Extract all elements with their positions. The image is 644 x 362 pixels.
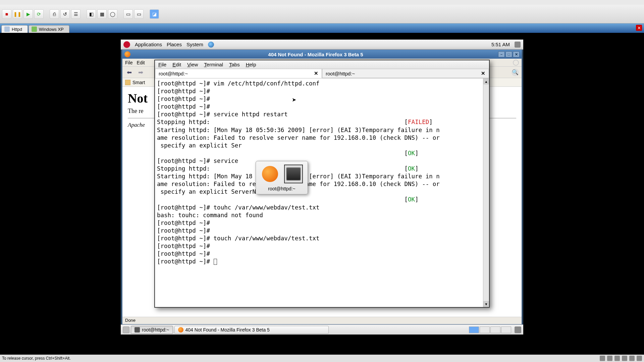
switcher-label: root@httpd:~	[268, 186, 296, 191]
terminal-icon	[286, 167, 301, 181]
window-switcher: root@httpd:~	[256, 161, 308, 194]
vm-status-bar: To release cursor, press Ctrl+Shift+Alt.	[0, 355, 644, 362]
firefox-statusbar: Done	[122, 317, 522, 324]
terminal-tabs: root@httpd:~ ✕ root@httpd:~ ✕	[155, 69, 489, 78]
play-icon[interactable]: ▶	[23, 9, 33, 19]
search-icon[interactable]: 🔍	[512, 69, 519, 76]
term-menu-edit[interactable]: Edit	[172, 62, 181, 67]
restart-icon[interactable]: ⟳	[34, 9, 44, 19]
switcher-firefox[interactable]	[261, 165, 279, 183]
bookmark-smart[interactable]: Smart	[132, 80, 145, 85]
term-menu-tabs[interactable]: Tabs	[229, 62, 240, 67]
terminal-tab-2[interactable]: root@httpd:~ ✕	[322, 69, 489, 78]
vm-tab-icon	[4, 26, 10, 32]
workspace-1[interactable]	[469, 326, 479, 333]
device-icon[interactable]	[637, 356, 642, 361]
vm-menubar[interactable]	[0, 0, 644, 5]
vm-tab-httpd[interactable]: Httpd	[1, 25, 28, 33]
menu-applications[interactable]: Applications	[135, 42, 162, 47]
close-icon[interactable]: ✕	[636, 25, 642, 31]
term-menu-file[interactable]: File	[158, 62, 166, 67]
volume-icon[interactable]	[515, 42, 521, 48]
forward-button[interactable]: ➡	[137, 68, 145, 76]
firefox-icon	[262, 166, 278, 182]
firefox-icon	[124, 51, 130, 57]
vm-tab-label: Windows XP	[39, 27, 64, 32]
ff-menu-edit[interactable]: Edit	[137, 60, 145, 65]
close-icon[interactable]: ✕	[314, 70, 318, 76]
firefox-icon	[178, 327, 183, 333]
ff-menu-file[interactable]: File	[125, 60, 133, 65]
show-desktop-icon[interactable]	[123, 326, 129, 333]
stop-icon[interactable]: ■	[2, 9, 11, 19]
terminal-menubar[interactable]: File Edit View Terminal Tabs Help	[155, 60, 489, 69]
back-button[interactable]: ⬅	[125, 68, 133, 76]
close-button[interactable]: ✕	[513, 51, 520, 57]
device-icon[interactable]	[629, 356, 635, 361]
terminal-tab-label: root@httpd:~	[159, 71, 188, 76]
terminal-window: File Edit View Terminal Tabs Help root@h…	[154, 60, 490, 308]
view5-icon[interactable]: ▭	[134, 9, 144, 19]
status-hint: To release cursor, press Ctrl+Shift+Alt.	[2, 356, 71, 361]
taskbar-item-terminal[interactable]: root@httpd:~	[131, 326, 173, 334]
status-text: Done	[125, 318, 136, 323]
pause-icon[interactable]: ❚❚	[13, 9, 22, 19]
workspace-3[interactable]	[490, 326, 500, 333]
term-menu-view[interactable]: View	[187, 62, 198, 67]
scroll-up-icon[interactable]: ▲	[483, 78, 489, 84]
taskbar-item-firefox[interactable]: 404 Not Found - Mozilla Firefox 3 Beta 5	[174, 326, 329, 334]
vm-tab-label: Httpd	[12, 27, 22, 32]
workspace-switcher[interactable]	[469, 326, 511, 333]
taskbar-label: 404 Not Found - Mozilla Firefox 3 Beta 5	[185, 327, 270, 333]
view3-icon[interactable]: ◯	[108, 9, 117, 19]
terminal-icon	[135, 327, 140, 333]
terminal-tab-1[interactable]: root@httpd:~ ✕	[155, 69, 322, 78]
firefox-titlebar[interactable]: 404 Not Found - Mozilla Firefox 3 Beta 5…	[122, 50, 522, 59]
taskbar-label: root@httpd:~	[142, 327, 169, 333]
vm-tab-icon	[32, 26, 37, 32]
unity-icon[interactable]: ◪	[150, 9, 159, 19]
close-icon[interactable]: ✕	[481, 70, 485, 76]
gnome-panel-bottom[interactable]: root@httpd:~ 404 Not Found - Mozilla Fir…	[121, 324, 523, 335]
throbber-icon	[513, 60, 519, 66]
firefox-title: 404 Not Found - Mozilla Firefox 3 Beta 5	[133, 52, 498, 57]
view4-icon[interactable]: ▭	[123, 9, 133, 19]
vm-host-toolbar: ■ ❚❚ ▶ ⟳ ⎙ ↺ ☰ ◧ ▦ ◯ ▭ ▭ ◪	[0, 5, 644, 23]
minimize-button[interactable]: –	[498, 51, 505, 57]
device-icon[interactable]	[614, 356, 620, 361]
clock[interactable]: 5:51 AM	[491, 42, 510, 47]
guest-desktop: Applications Places System 5:51 AM 404 N…	[121, 40, 523, 335]
terminal-scrollbar[interactable]: ▲ ▼	[483, 78, 489, 307]
view1-icon[interactable]: ◧	[87, 9, 96, 19]
device-icon[interactable]	[600, 356, 605, 361]
workspace-4[interactable]	[501, 326, 511, 333]
redhat-icon	[123, 41, 130, 48]
vm-tab-winxp[interactable]: Windows XP	[29, 25, 69, 33]
vm-tabs-bar: Httpd Windows XP ✕	[0, 23, 644, 33]
terminal-tab-label: root@httpd:~	[326, 71, 355, 76]
revert-icon[interactable]: ↺	[60, 9, 70, 19]
term-menu-help[interactable]: Help	[246, 62, 256, 67]
maximize-button[interactable]: □	[505, 51, 512, 57]
snapshot-icon[interactable]: ⎙	[50, 9, 59, 19]
menu-places[interactable]: Places	[167, 42, 182, 47]
gnome-panel-top[interactable]: Applications Places System 5:51 AM	[121, 40, 523, 50]
guest-display: Applications Places System 5:51 AM 404 N…	[0, 33, 644, 355]
view2-icon[interactable]: ▦	[97, 9, 107, 19]
manage-icon[interactable]: ☰	[71, 9, 80, 19]
menu-system[interactable]: System	[186, 42, 203, 47]
device-icon[interactable]	[622, 356, 627, 361]
term-menu-terminal[interactable]: Terminal	[204, 62, 223, 67]
terminal-output[interactable]: [root@httpd ~]# vim /etc/httpd/conf/http…	[155, 78, 483, 307]
device-icon[interactable]	[607, 356, 612, 361]
folder-icon	[125, 80, 130, 85]
scroll-down-icon[interactable]: ▼	[483, 301, 489, 307]
trash-icon[interactable]	[515, 326, 521, 333]
browser-launcher-icon[interactable]	[208, 42, 214, 48]
workspace-2[interactable]	[480, 326, 490, 333]
switcher-terminal[interactable]	[284, 165, 303, 183]
